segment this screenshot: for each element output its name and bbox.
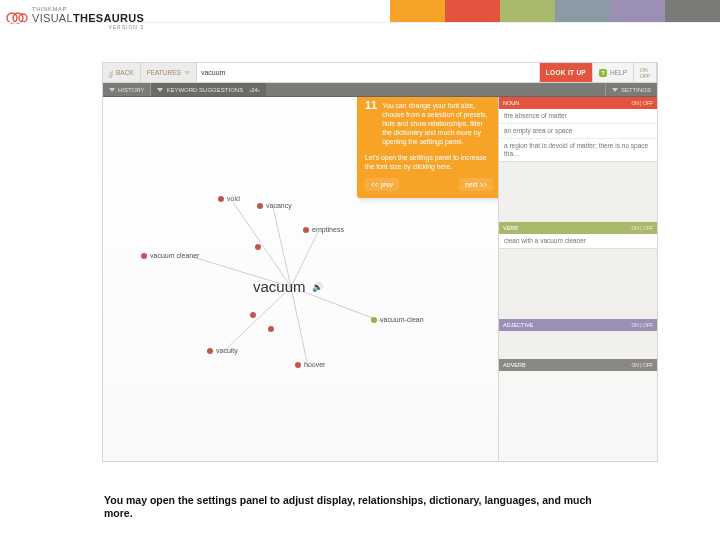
- search-field-wrap: [197, 63, 540, 82]
- svg-line-3: [233, 202, 291, 287]
- node-dot-icon: [257, 203, 263, 209]
- settings-dropdown[interactable]: SETTINGS: [606, 83, 657, 96]
- app-window: BACK FEATURES LOOK IT UP ?HELP ON OFF HI…: [102, 62, 658, 462]
- suggestions-dropdown[interactable]: KEYWORD SUGGESTIONS‹24›: [151, 83, 265, 96]
- pos-header-noun[interactable]: NOUNON | OFF: [499, 97, 657, 109]
- lookup-button[interactable]: LOOK IT UP: [540, 63, 593, 82]
- sub-toolbar: HISTORY KEYWORD SUGGESTIONS‹24› SETTINGS: [103, 83, 657, 97]
- sidebar-spacer: [499, 249, 657, 319]
- brand-color-strip: [390, 0, 720, 22]
- graph-node-center[interactable]: vacuum🔊: [253, 278, 323, 295]
- svg-point-10: [255, 244, 261, 250]
- pos-body-noun: the absence of matter an empty area or s…: [499, 109, 657, 162]
- chevron-down-icon: [109, 88, 115, 92]
- pos-body-verb: clean with a vacuum cleaner: [499, 234, 657, 249]
- graph-node[interactable]: vacancy: [257, 202, 292, 209]
- tutorial-text-1: You can change your font size, choose fr…: [382, 101, 493, 146]
- logo-text: THINKMAP VISUALTHESAURUS VERSION 3: [32, 6, 144, 30]
- definition-row[interactable]: an empty area or space: [499, 124, 657, 139]
- main-area: vacuum🔊 void vacancy emptiness vacuum cl…: [103, 97, 657, 461]
- node-dot-icon: [295, 362, 301, 368]
- definition-row[interactable]: the absence of matter: [499, 109, 657, 124]
- svg-line-8: [291, 287, 308, 367]
- definition-row[interactable]: clean with a vacuum cleaner: [499, 234, 657, 248]
- graph-node[interactable]: vacuum-clean: [371, 316, 424, 323]
- svg-point-11: [250, 312, 256, 318]
- sidebar-spacer: [499, 331, 657, 359]
- chevron-down-icon: [184, 71, 190, 75]
- header-separator: [0, 22, 720, 23]
- definition-row[interactable]: a region that is devoid of matter; there…: [499, 139, 657, 161]
- graph-node[interactable]: vacuum cleaner: [141, 252, 199, 259]
- svg-point-12: [268, 326, 274, 332]
- tutorial-callout: 11 You can change your font size, choose…: [357, 97, 499, 198]
- node-dot-icon: [371, 317, 377, 323]
- svg-line-7: [223, 287, 291, 352]
- graph-node[interactable]: vacuity: [207, 347, 238, 354]
- definitions-sidebar: NOUNON | OFF the absence of matter an em…: [499, 97, 657, 461]
- graph-node[interactable]: hoover: [295, 361, 325, 368]
- tutorial-prev-button[interactable]: << prev: [365, 178, 399, 191]
- back-icon: [109, 70, 113, 76]
- node-dot-icon: [207, 348, 213, 354]
- chevron-down-icon: [612, 88, 618, 92]
- page-header: THINKMAP VISUALTHESAURUS VERSION 3: [0, 0, 720, 22]
- slide-caption: You may open the settings panel to adjus…: [104, 494, 604, 520]
- back-button[interactable]: BACK: [103, 63, 141, 82]
- word-graph-canvas[interactable]: vacuum🔊 void vacancy emptiness vacuum cl…: [103, 97, 499, 461]
- history-dropdown[interactable]: HISTORY: [103, 83, 150, 96]
- node-dot-icon: [303, 227, 309, 233]
- chevron-down-icon: [157, 88, 163, 92]
- pos-header-adverb[interactable]: ADVERBON | OFF: [499, 359, 657, 371]
- graph-node[interactable]: emptiness: [303, 226, 344, 233]
- features-button[interactable]: FEATURES: [141, 63, 197, 82]
- help-button[interactable]: ?HELP: [593, 63, 634, 82]
- search-input[interactable]: [197, 69, 539, 76]
- sidebar-spacer: [499, 162, 657, 222]
- graph-node[interactable]: void: [218, 195, 240, 202]
- node-dot-icon: [218, 196, 224, 202]
- pos-header-adjective[interactable]: ADJECTIVEON | OFF: [499, 319, 657, 331]
- tutorial-step-number: 11: [365, 101, 377, 110]
- svg-line-4: [273, 207, 291, 287]
- logo: THINKMAP VISUALTHESAURUS VERSION 3: [6, 6, 144, 30]
- pos-header-verb[interactable]: VERBON | OFF: [499, 222, 657, 234]
- toolbar: BACK FEATURES LOOK IT UP ?HELP ON OFF: [103, 63, 657, 83]
- help-icon: ?: [599, 69, 607, 77]
- tutorial-text-2: Let's open the settings panel to increas…: [365, 153, 493, 171]
- speaker-icon[interactable]: 🔊: [312, 282, 323, 292]
- node-dot-icon: [141, 253, 147, 259]
- autoplay-toggle[interactable]: ON OFF: [634, 63, 657, 82]
- tutorial-next-button[interactable]: next >>: [459, 178, 493, 191]
